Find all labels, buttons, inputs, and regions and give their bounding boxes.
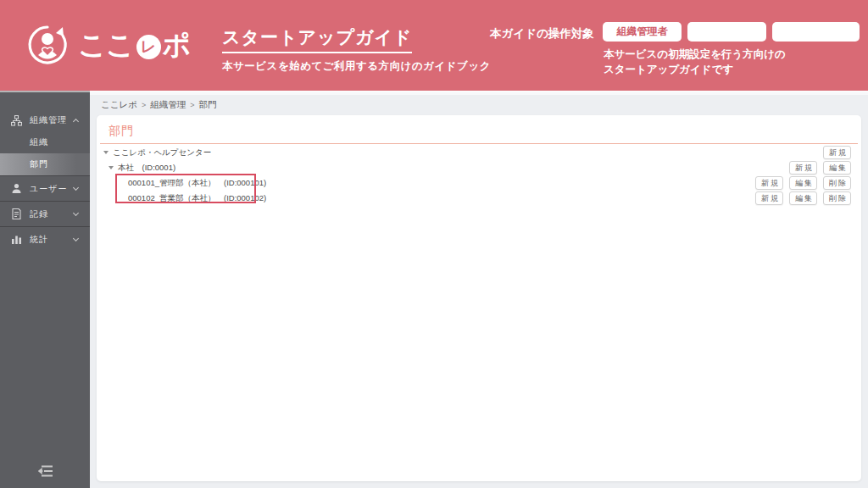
edit-button[interactable]: 編集 [789,191,817,205]
sidebar-item-label: 記録 [30,208,48,220]
app-logo[interactable]: ここ レ ポ [25,23,190,67]
audience-tag-empty-2[interactable] [772,22,860,42]
sidebar-item-organization[interactable]: 組織 [0,131,90,153]
chevron-down-icon [73,185,79,191]
tree-label: ここレポ・ヘルプセンター [113,147,211,158]
department-tree: ここレポ・ヘルプセンター 新規 本社 (ID:0001) 新規 編集 00010… [97,144,861,206]
kokorepo-mascot-icon [25,23,70,67]
caret-down-icon[interactable] [103,151,108,154]
breadcrumb-item-department[interactable]: 部門 [199,99,217,111]
sidebar-item-users[interactable]: ユーザー [0,175,90,201]
breadcrumb-separator: > [190,101,194,109]
sidebar-item-statistics[interactable]: 統計 [0,226,90,252]
audience-tag-org-admin[interactable]: 組織管理者 [603,22,682,42]
guide-title: スタートアップガイド [222,25,412,53]
tree-row-root: ここレポ・ヘルプセンター 新規 [97,145,851,160]
brand-text-suffix: ポ [163,26,191,64]
record-icon [11,208,22,219]
breadcrumb-separator: > [142,101,146,109]
sidebar-item-label: 部門 [30,158,48,170]
chevron-down-icon [73,210,79,216]
audience-label: 本ガイドの操作対象 [490,26,594,42]
delete-button[interactable]: 削除 [823,176,851,190]
sidebar-item-label: 組織管理 [30,114,67,126]
audience-tag-empty-1[interactable] [687,22,766,42]
tree-label: 000102_営業部（本社） (ID:000102) [128,193,266,204]
tree-row-dept-000102: 000102_営業部（本社） (ID:000102) 新規 編集 削除 [97,191,851,206]
new-button[interactable]: 新規 [755,176,783,190]
sidebar-item-org-management[interactable]: 組織管理 [0,109,90,131]
tree-row-dept-000101: 000101_管理部（本社） (ID:000101) 新規 編集 削除 [97,175,851,191]
guide-description-line2: スタートアップガイドです [604,62,786,77]
brand-circle-badge: レ [136,35,161,59]
new-button[interactable]: 新規 [755,191,783,205]
department-panel: 部門 ここレポ・ヘルプセンター 新規 本社 (ID:0001) 新規 編集 [97,115,861,481]
tree-row-headquarters: 本社 (ID:0001) 新規 編集 [97,160,851,175]
chevron-down-icon [73,236,79,241]
sidebar-item-label: 統計 [30,234,48,246]
guide-subtitle: 本サービスを始めてご利用する方向けのガイドブック [222,59,491,74]
caret-down-icon[interactable] [108,166,114,169]
guide-description: 本サービスの初期設定を行う方向けの スタートアップガイドです [604,47,786,77]
stats-icon [11,234,22,245]
brand-wordmark: ここ レ ポ [78,26,190,64]
sidebar: 組織管理 組織 部門 ユーザー 記録 [0,91,90,488]
chevron-up-icon [73,118,79,124]
guide-title-block: スタートアップガイド 本サービスを始めてご利用する方向けのガイドブック [222,25,491,74]
main-content: ここレポ > 組織管理 > 部門 部門 ここレポ・ヘルプセンター 新規 本社 (… [90,91,868,488]
breadcrumb-item-org-management[interactable]: 組織管理 [150,99,186,111]
sidebar-collapse-icon[interactable] [38,464,53,478]
sidebar-item-department[interactable]: 部門 [0,153,90,175]
audience-tags: 組織管理者 [603,22,860,42]
tree-label: 000101_管理部（本社） (ID:000101) [128,178,266,189]
sitemap-icon [11,115,22,126]
sidebar-nav: 組織管理 組織 部門 ユーザー 記録 [0,91,90,252]
edit-button[interactable]: 編集 [789,176,817,190]
tree-label: 本社 (ID:0001) [118,163,175,174]
breadcrumb: ここレポ > 組織管理 > 部門 [90,95,868,115]
sidebar-item-records[interactable]: 記録 [0,201,90,226]
brand-text-main: ここ [78,26,134,64]
new-button[interactable]: 新規 [823,146,851,159]
sidebar-item-label: 組織 [30,136,48,148]
user-icon [11,183,22,194]
page-title: 部門 [97,115,861,143]
guide-description-line1: 本サービスの初期設定を行う方向けの [604,47,786,62]
new-button[interactable]: 新規 [789,161,817,175]
breadcrumb-item-home[interactable]: ここレポ [101,99,137,111]
app-header: ここ レ ポ スタートアップガイド 本サービスを始めてご利用する方向けのガイドブ… [0,0,868,91]
delete-button[interactable]: 削除 [823,191,851,205]
sidebar-item-label: ユーザー [30,183,67,195]
edit-button[interactable]: 編集 [823,161,851,175]
